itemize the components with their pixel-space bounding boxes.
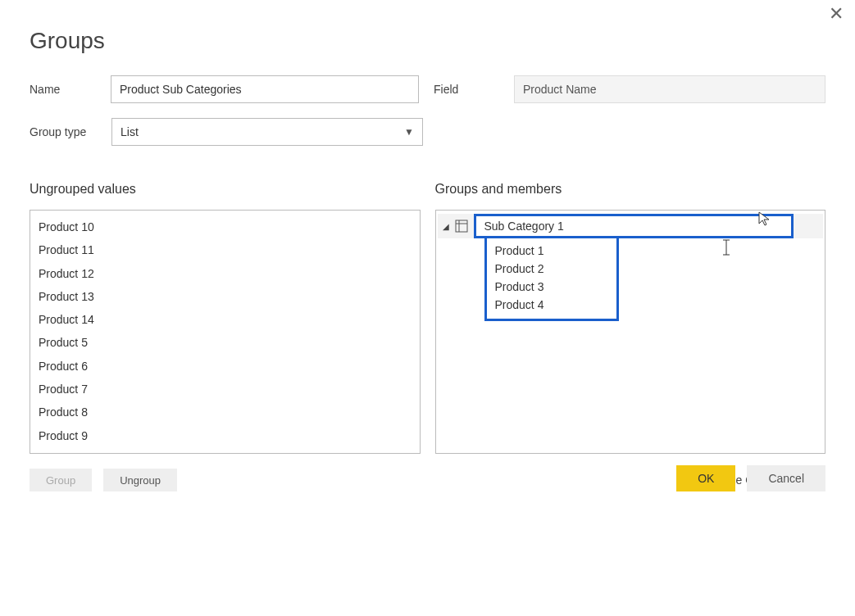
ungrouped-item[interactable]: Product 12 (30, 262, 420, 285)
ungrouped-item[interactable]: Product 11 (30, 238, 420, 261)
ungrouped-listbox[interactable]: Product 10Product 11Product 12Product 13… (30, 210, 421, 454)
ok-button[interactable]: OK (676, 465, 735, 491)
ungrouped-item[interactable]: Product 9 (30, 424, 420, 447)
group-type-value: List (121, 125, 139, 138)
field-input (514, 75, 825, 103)
text-cursor-icon (721, 238, 731, 256)
group-type-label: Group type (30, 125, 111, 138)
dialog-title: Groups (30, 28, 825, 54)
name-row: Name Field (30, 75, 825, 103)
ungrouped-heading: Ungrouped values (30, 182, 421, 197)
group-header-row: ◢ (438, 214, 824, 238)
ungrouped-item[interactable]: Product 14 (30, 308, 420, 331)
group-name-input[interactable] (483, 219, 785, 233)
ungrouped-item[interactable]: Product 5 (30, 331, 420, 354)
groups-dialog: ✕ Groups Name Field Group type List ▼ Un… (0, 0, 855, 508)
ungroup-button[interactable]: Ungroup (103, 469, 177, 491)
collapse-icon[interactable]: ◢ (438, 222, 454, 231)
group-icon (454, 220, 469, 233)
ungrouped-item[interactable]: Product 6 (30, 355, 420, 378)
groups-heading: Groups and members (435, 182, 826, 197)
ungrouped-item[interactable]: Product 10 (30, 215, 420, 238)
field-label: Field (434, 83, 514, 96)
svg-rect-0 (456, 220, 467, 232)
group-member-item[interactable]: Product 1 (487, 242, 616, 260)
group-member-item[interactable]: Product 4 (487, 296, 616, 314)
group-members-box: Product 1Product 2Product 3Product 4 (484, 238, 619, 321)
name-input[interactable] (111, 75, 419, 103)
ungrouped-column: Ungrouped values Product 10Product 11Pro… (30, 182, 421, 454)
ungrouped-item[interactable]: Product 8 (30, 401, 420, 424)
groups-column: Groups and members ◢ Product 1Product 2P… (435, 182, 826, 454)
ungrouped-item[interactable]: Product 13 (30, 285, 420, 308)
name-label: Name (30, 83, 111, 96)
groups-listbox[interactable]: ◢ Product 1Product 2Product 3Product 4 (435, 210, 826, 454)
close-icon[interactable]: ✕ (829, 5, 844, 23)
chevron-down-icon: ▼ (404, 126, 414, 138)
group-type-row: Group type List ▼ (30, 118, 825, 146)
group-member-item[interactable]: Product 3 (487, 278, 616, 296)
group-member-item[interactable]: Product 2 (487, 260, 616, 278)
ungrouped-item[interactable]: Product 7 (30, 378, 420, 401)
group-button[interactable]: Group (30, 469, 92, 491)
group-name-editor[interactable] (474, 214, 794, 238)
cancel-button[interactable]: Cancel (747, 465, 825, 491)
group-type-select[interactable]: List ▼ (111, 118, 423, 146)
